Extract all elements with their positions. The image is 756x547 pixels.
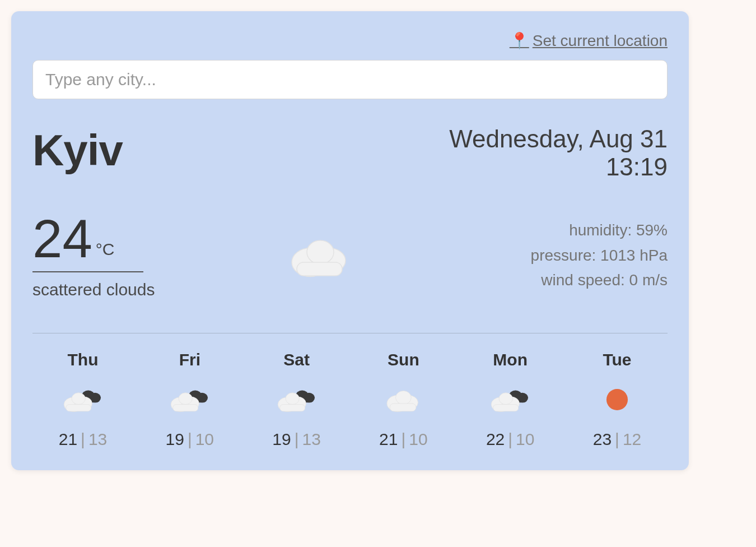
svg-point-27 xyxy=(396,391,412,404)
wind-text: wind speed: 0 m/s xyxy=(531,268,668,293)
forecast-day: Mon xyxy=(493,350,528,369)
svg-rect-10 xyxy=(66,405,91,411)
pressure-text: pressure: 1013 hPa xyxy=(531,243,668,268)
svg-rect-24 xyxy=(279,405,305,411)
svg-point-9 xyxy=(72,393,85,405)
forecast-low: 10 xyxy=(195,430,214,449)
broken-icon xyxy=(488,383,532,416)
forecast-separator: | xyxy=(401,430,405,449)
forecast-item: Sat19 | 13 xyxy=(252,350,342,449)
temperature-main: 24 °C xyxy=(32,212,143,272)
forecast-high: 21 xyxy=(59,430,77,449)
svg-rect-35 xyxy=(493,405,519,411)
forecast-low: 13 xyxy=(88,430,107,449)
city-search-input[interactable] xyxy=(32,60,668,99)
date-time-block: Wednesday, Aug 31 13:19 xyxy=(449,125,668,181)
forecast-high: 19 xyxy=(272,430,291,449)
forecast-separator: | xyxy=(81,430,85,449)
forecast-temps: 19 | 10 xyxy=(166,430,214,449)
forecast-row: Thu21 | 13Fri19 | 10Sat19 | 13Sun21 | 10… xyxy=(32,350,668,449)
forecast-low: 10 xyxy=(516,430,534,449)
city-name: Kyiv xyxy=(32,125,123,176)
svg-rect-28 xyxy=(390,404,416,411)
forecast-temps: 19 | 13 xyxy=(272,430,321,449)
forecast-temps: 21 | 13 xyxy=(59,430,108,449)
forecast-temps: 23 | 12 xyxy=(593,430,642,449)
forecast-day: Fri xyxy=(179,350,200,369)
svg-rect-3 xyxy=(297,262,342,276)
forecast-low: 12 xyxy=(623,430,641,449)
forecast-separator: | xyxy=(188,430,192,449)
forecast-item: Sun21 | 10 xyxy=(358,350,448,449)
weather-card: 📍 Set current location Kyiv Wednesday, A… xyxy=(11,11,689,470)
current-weather-icon xyxy=(285,230,356,281)
broken-icon xyxy=(61,383,105,416)
svg-point-2 xyxy=(307,240,334,264)
forecast-low: 13 xyxy=(302,430,320,449)
svg-point-36 xyxy=(606,389,628,410)
current-weather-row: 24 °C scattered clouds humidity: 59% pre… xyxy=(32,212,668,299)
broken-icon xyxy=(168,383,212,416)
temperature-value: 24 xyxy=(32,212,92,266)
forecast-item: Mon22 | 10 xyxy=(465,350,555,449)
temperature-block: 24 °C scattered clouds xyxy=(32,212,155,299)
forecast-item: Thu21 | 13 xyxy=(38,350,128,449)
forecast-day: Sat xyxy=(283,350,310,369)
forecast-day: Tue xyxy=(603,350,631,369)
forecast-high: 19 xyxy=(166,430,184,449)
header-row: Kyiv Wednesday, Aug 31 13:19 xyxy=(32,125,668,181)
broken-icon xyxy=(275,383,319,416)
current-time: 13:19 xyxy=(449,153,668,181)
set-location-label: Set current location xyxy=(533,32,668,50)
forecast-item: Fri19 | 10 xyxy=(145,350,235,449)
humidity-text: humidity: 59% xyxy=(531,218,668,243)
forecast-separator: | xyxy=(615,430,619,449)
weather-details: humidity: 59% pressure: 1013 hPa wind sp… xyxy=(531,218,668,293)
forecast-separator: | xyxy=(508,430,512,449)
svg-rect-17 xyxy=(172,405,198,411)
forecast-separator: | xyxy=(295,430,299,449)
forecast-day: Thu xyxy=(68,350,99,369)
pin-icon: 📍 xyxy=(510,31,529,50)
svg-point-34 xyxy=(499,393,512,405)
temperature-unit: °C xyxy=(96,240,115,259)
forecast-high: 23 xyxy=(593,430,612,449)
divider xyxy=(32,333,668,333)
condition-text: scattered clouds xyxy=(32,280,155,299)
set-location-link[interactable]: 📍 Set current location xyxy=(510,31,668,50)
forecast-high: 21 xyxy=(379,430,398,449)
cloud-icon xyxy=(383,383,424,416)
current-date: Wednesday, Aug 31 xyxy=(449,125,668,153)
forecast-high: 22 xyxy=(486,430,505,449)
sun-icon xyxy=(603,383,632,416)
forecast-item: Tue23 | 12 xyxy=(572,350,662,449)
forecast-temps: 22 | 10 xyxy=(486,430,535,449)
forecast-temps: 21 | 10 xyxy=(379,430,428,449)
forecast-low: 10 xyxy=(409,430,427,449)
svg-point-23 xyxy=(286,393,299,405)
top-row: 📍 Set current location xyxy=(32,31,668,50)
forecast-day: Sun xyxy=(388,350,419,369)
svg-point-16 xyxy=(179,393,192,405)
